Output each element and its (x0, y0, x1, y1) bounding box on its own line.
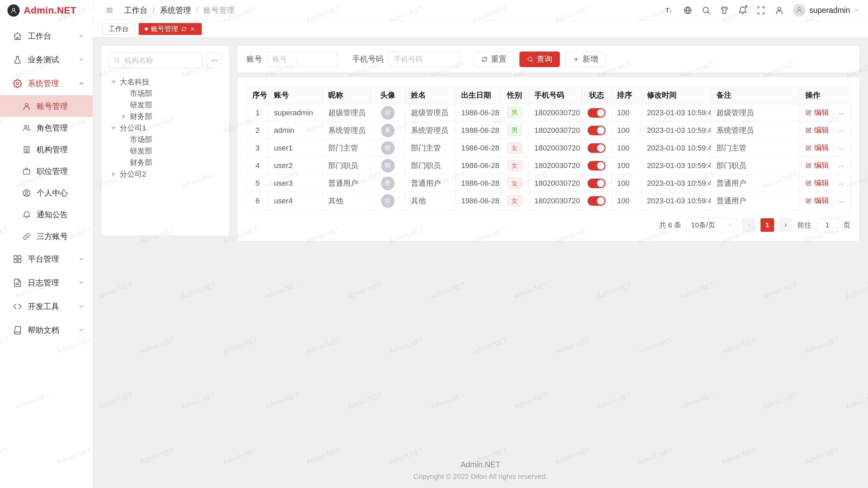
pagination-total: 共 6 条 (659, 220, 681, 230)
cell-phone: 18020030720 (529, 175, 582, 192)
theme-button[interactable] (717, 2, 732, 18)
row-avatar: 系 (381, 124, 395, 137)
tree-node[interactable]: 研发部 (108, 145, 222, 157)
cell-no: 1 (247, 104, 269, 122)
user-menu[interactable]: superadmin (793, 4, 859, 17)
cell-no: 5 (247, 175, 269, 192)
tree-node[interactable]: 分公司2 (108, 168, 222, 180)
theme-icon (720, 6, 729, 15)
sidebar-subitem-personal-center[interactable]: 个人中心 (0, 182, 93, 204)
notification-button[interactable] (735, 2, 751, 18)
user-avatar (793, 4, 806, 17)
active-tab-dot (145, 27, 148, 30)
row-more-button[interactable] (838, 199, 845, 205)
sidebar-item-workbench[interactable]: 工作台 (0, 24, 93, 48)
tree-caret-icon[interactable] (111, 125, 117, 131)
status-toggle[interactable] (588, 179, 606, 188)
cell-remark: 普通用户 (711, 192, 800, 210)
tab-workbench[interactable]: 工作台 (102, 23, 135, 35)
row-edit-button[interactable]: 编辑 (805, 125, 829, 135)
breadcrumb-item: 账号管理 (203, 5, 235, 16)
sidebar-item-dev-tools[interactable]: 开发工具 (0, 294, 93, 318)
chevron-up-icon (78, 80, 84, 86)
row-edit-button[interactable]: 编辑 (805, 196, 829, 206)
status-toggle[interactable] (588, 196, 606, 206)
tree-node[interactable]: 分公司1 (108, 122, 222, 134)
row-more-button[interactable] (838, 110, 845, 117)
account-input[interactable] (267, 52, 338, 67)
sidebar-subitem-org-manage[interactable]: 机构管理 (0, 139, 93, 160)
tree-node[interactable]: 研发部 (108, 99, 222, 111)
table-header-row: 序号账号昵称头像姓名出生日期性别手机号码状态排序修改时间备注操作 (247, 86, 851, 104)
prev-page-button[interactable] (742, 218, 756, 232)
bell-icon (22, 210, 31, 219)
row-more-button[interactable] (838, 181, 845, 187)
row-edit-button[interactable]: 编辑 (805, 160, 829, 170)
add-button[interactable]: 新增 (565, 52, 606, 67)
reset-button[interactable]: 重置 (474, 52, 514, 67)
tree-node[interactable]: 财务部 (108, 157, 222, 168)
edit-label: 编辑 (814, 143, 829, 153)
tab-account-manage[interactable]: 账号管理 (139, 23, 202, 35)
content: 大名科技市场部研发部财务部分公司1市场部研发部财务部分公司2 账号 手机号码 重… (93, 37, 868, 488)
tree-node[interactable]: 大名科技 (108, 76, 222, 88)
cell-modified: 2023-01-03 10:59:44 (642, 139, 711, 157)
cell-actions: 编辑 (800, 104, 851, 122)
sidebar-subitem-account-manage[interactable]: 账号管理 (0, 95, 93, 117)
status-toggle[interactable] (588, 126, 606, 135)
tree-caret-icon[interactable] (111, 79, 117, 85)
tree-caret-icon[interactable] (121, 114, 127, 120)
sidebar-subitem-position-manage[interactable]: 职位管理 (0, 160, 93, 182)
status-toggle[interactable] (588, 108, 606, 118)
status-toggle[interactable] (588, 161, 606, 170)
next-page-button[interactable] (779, 218, 792, 232)
font-size-button[interactable]: Tt (662, 2, 677, 18)
tree-node[interactable]: 市场部 (108, 88, 222, 99)
tree-caret-icon[interactable] (111, 171, 117, 177)
row-edit-button[interactable]: 编辑 (805, 178, 829, 188)
home-icon (13, 32, 22, 41)
sidebar-subitem-label: 通知公告 (37, 209, 84, 220)
sidebar-item-system-manage[interactable]: 系统管理 (0, 72, 93, 95)
tree-node[interactable]: 市场部 (108, 134, 222, 145)
row-edit-button[interactable]: 编辑 (805, 143, 829, 153)
sidebar-collapse-button[interactable] (102, 2, 117, 18)
status-toggle[interactable] (588, 143, 606, 153)
org-more-button[interactable] (206, 53, 222, 68)
sidebar-item-log-manage[interactable]: 日志管理 (0, 271, 93, 294)
chevron-down-icon (78, 33, 84, 39)
page-number-button[interactable]: 1 (761, 218, 774, 232)
row-edit-button[interactable]: 编辑 (805, 107, 829, 118)
row-more-button[interactable] (838, 163, 845, 170)
search-button[interactable] (698, 2, 714, 18)
sidebar-subitem-notice[interactable]: 通知公告 (0, 204, 93, 225)
brand-logo[interactable]: Admin.NET (0, 0, 93, 21)
reset-label: 重置 (491, 54, 507, 64)
caret-placeholder (121, 102, 127, 108)
sidebar-subitem-third-account[interactable]: 三方账号 (0, 225, 93, 247)
breadcrumb-item[interactable]: 工作台 (124, 5, 147, 16)
breadcrumb-item[interactable]: 系统管理 (160, 5, 191, 16)
tree-node[interactable]: 财务部 (108, 111, 222, 122)
edit-icon (805, 180, 812, 186)
cell-actions: 编辑 (800, 192, 851, 210)
phone-input[interactable] (388, 52, 459, 67)
language-button[interactable] (680, 2, 696, 18)
row-more-button[interactable] (838, 128, 845, 135)
sidebar-subitem-role-manage[interactable]: 角色管理 (0, 117, 93, 139)
sidebar-item-business-test[interactable]: 业务测试 (0, 48, 93, 72)
profile-button[interactable] (772, 2, 787, 18)
chevron-left-icon (746, 222, 752, 228)
row-more-button[interactable] (838, 146, 845, 152)
cell-birthday: 1986-06-28 (456, 139, 500, 157)
page-size-select[interactable]: 10条/页 (686, 218, 737, 232)
sidebar-item-platform-manage[interactable]: 平台管理 (0, 247, 93, 271)
cell-sort: 100 (612, 139, 642, 157)
goto-page-input[interactable] (816, 218, 839, 232)
org-search-input[interactable] (124, 56, 197, 65)
sidebar-item-help-docs[interactable]: 帮助文档 (0, 318, 93, 342)
sidebar: Admin.NET 工作台业务测试系统管理账号管理角色管理机构管理职位管理个人中… (0, 0, 93, 488)
tree-node-label: 分公司2 (120, 169, 146, 179)
fullscreen-button[interactable] (753, 2, 769, 18)
search-button[interactable]: 查询 (519, 52, 560, 67)
